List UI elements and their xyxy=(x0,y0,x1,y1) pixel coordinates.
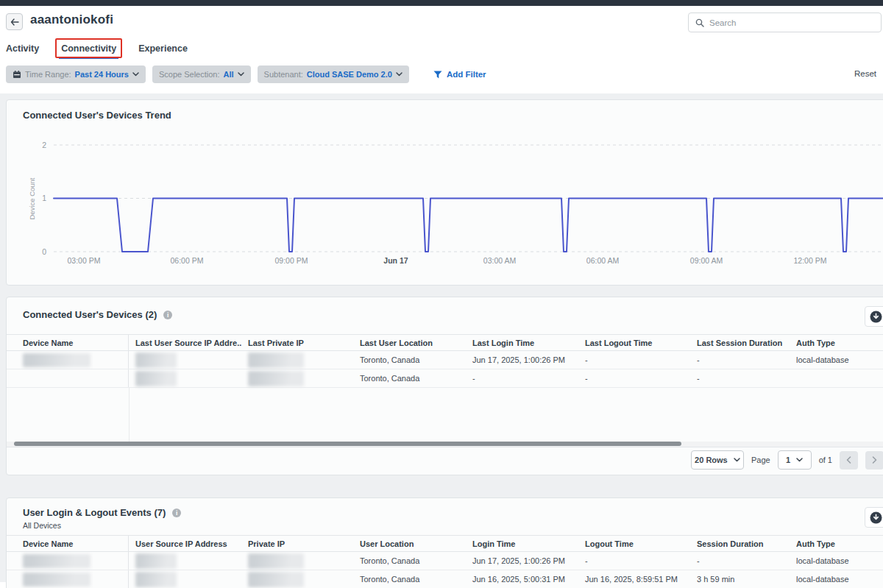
page-value: 1 xyxy=(786,456,790,464)
connected-devices-card: Connected User's Devices (2) i Device Na… xyxy=(6,297,883,475)
redacted-value xyxy=(23,573,91,587)
tab-connectivity[interactable]: Connectivity xyxy=(61,40,116,57)
table-row: Toronto, Canada--- xyxy=(7,369,883,388)
page-select[interactable]: 1 xyxy=(778,450,812,470)
tab-activity[interactable]: Activity xyxy=(6,40,39,57)
page-header: aaantoniokofi xyxy=(0,6,883,38)
redacted-value xyxy=(248,353,304,368)
subtenant-filter[interactable]: Subtenant: Cloud SASE Demo 2.0 xyxy=(258,65,409,83)
h-scrollbar-thumb[interactable] xyxy=(14,442,681,446)
svg-text:06:00 PM: 06:00 PM xyxy=(171,256,204,265)
chevron-right-icon xyxy=(872,456,877,464)
search-icon xyxy=(695,18,704,27)
col-header-private-ip[interactable]: Last Private IP xyxy=(241,335,353,350)
download-button[interactable] xyxy=(865,507,883,528)
filter-bar: Time Range: Past 24 Hours Scope Selectio… xyxy=(0,59,883,93)
tab-experience[interactable]: Experience xyxy=(138,40,188,57)
content-area: Connected User's Devices Trend 01203:00 … xyxy=(0,93,883,582)
col-header-logout-time[interactable]: Logout Time xyxy=(578,536,690,551)
table-header-row: Device NameLast User Source IP Addre...L… xyxy=(7,334,883,351)
devices-trend-card: Connected User's Devices Trend 01203:00 … xyxy=(6,99,883,286)
funnel-icon xyxy=(433,71,442,79)
col-header-auth-type[interactable]: Auth Type xyxy=(790,536,883,551)
info-icon[interactable]: i xyxy=(163,311,172,319)
svg-text:1: 1 xyxy=(42,194,46,202)
tab-bar: Activity Connectivity Experience xyxy=(0,38,883,59)
table-title: User Login & Logout Events (7) xyxy=(23,507,166,518)
chevron-down-icon xyxy=(396,72,403,77)
cell-auth-type: local-database xyxy=(790,552,883,570)
col-header-source-ip[interactable]: Last User Source IP Addre... xyxy=(129,335,241,350)
svg-text:09:00 PM: 09:00 PM xyxy=(275,256,308,265)
table-title: Connected User's Devices (2) xyxy=(23,309,157,320)
back-button[interactable] xyxy=(6,13,23,30)
download-icon xyxy=(870,511,882,524)
table-row: Toronto, CanadaJun 17, 2025, 1:00:26 PM-… xyxy=(7,351,883,369)
redacted-value xyxy=(248,371,304,386)
col-header-device-name[interactable]: Device Name xyxy=(23,335,129,350)
col-header-auth-type[interactable]: Auth Type xyxy=(790,335,883,350)
time-range-filter[interactable]: Time Range: Past 24 Hours xyxy=(6,65,146,83)
col-header-login-time[interactable]: Last Login Time xyxy=(466,335,578,350)
redacted-value xyxy=(248,553,304,569)
info-icon[interactable]: i xyxy=(172,509,181,517)
col-header-session-duration[interactable]: Session Duration xyxy=(690,536,790,551)
filter-label: Subtenant: xyxy=(264,70,303,79)
chevron-left-icon xyxy=(846,456,851,464)
next-page-button[interactable] xyxy=(865,451,883,470)
cell-logout-time: - xyxy=(578,552,690,570)
cell-source-ip xyxy=(129,351,241,369)
filter-value: Past 24 Hours xyxy=(75,70,129,79)
rows-per-page-select[interactable]: 20 Rows xyxy=(691,450,744,470)
cell-source-ip xyxy=(129,369,241,387)
col-header-device-name[interactable]: Device Name xyxy=(23,536,129,551)
tab-connectivity-label: Connectivity xyxy=(61,43,116,54)
cell-private-ip xyxy=(241,570,353,588)
table-header-row: Device NameUser Source IP AddressPrivate… xyxy=(7,535,883,552)
chevron-down-icon xyxy=(796,458,803,462)
svg-text:0: 0 xyxy=(42,247,46,256)
search-box[interactable] xyxy=(688,13,882,32)
search-input[interactable] xyxy=(709,18,857,27)
svg-text:Jun 17: Jun 17 xyxy=(383,256,408,265)
login-logout-events-card: User Login & Logout Events (7) i All Dev… xyxy=(6,497,883,588)
cell-auth-type xyxy=(790,369,883,387)
download-button[interactable] xyxy=(865,306,883,327)
cell-source-ip xyxy=(129,552,241,570)
svg-text:Device Count: Device Count xyxy=(28,177,36,219)
table-row: Toronto, CanadaJun 17, 2025, 1:00:26 PM-… xyxy=(7,552,883,570)
col-header-user-location[interactable]: Last User Location xyxy=(353,335,466,350)
add-filter-button[interactable]: Add Filter xyxy=(433,65,486,83)
prev-page-button[interactable] xyxy=(840,451,858,470)
col-header-logout-time[interactable]: Last Logout Time xyxy=(578,335,690,350)
table-body: Toronto, CanadaJun 17, 2025, 1:00:26 PM-… xyxy=(7,351,883,388)
cell-auth-type: local-database xyxy=(790,570,883,588)
col-header-user-location[interactable]: User Location xyxy=(353,536,466,551)
redacted-value xyxy=(135,371,177,386)
cell-device-name xyxy=(23,552,129,570)
chevron-down-icon xyxy=(734,458,740,462)
cell-private-ip xyxy=(241,552,353,570)
cell-user-location: Toronto, Canada xyxy=(353,369,466,387)
col-header-private-ip[interactable]: Private IP xyxy=(241,536,353,551)
chevron-down-icon xyxy=(132,72,139,77)
col-header-login-time[interactable]: Login Time xyxy=(466,536,578,551)
cell-session-duration: - xyxy=(690,351,790,369)
h-scrollbar[interactable] xyxy=(7,442,883,447)
table-empty-area xyxy=(7,388,883,442)
card-header: Connected User's Devices (2) i xyxy=(7,297,883,334)
filter-label: Scope Selection: xyxy=(159,70,220,79)
cell-source-ip xyxy=(129,570,241,588)
col-header-session-duration[interactable]: Last Session Duration xyxy=(690,335,790,350)
cell-logout-time: - xyxy=(578,351,690,369)
reset-button[interactable]: Reset xyxy=(854,69,876,78)
svg-text:03:00 AM: 03:00 AM xyxy=(483,256,516,265)
filter-value: All xyxy=(224,70,234,79)
cell-user-location: Toronto, Canada xyxy=(353,570,466,588)
redacted-value xyxy=(23,353,91,367)
rows-per-page-value: 20 Rows xyxy=(695,456,728,464)
cell-login-time: Jun 17, 2025, 1:00:26 PM xyxy=(466,351,578,369)
scope-selection-filter[interactable]: Scope Selection: All xyxy=(152,65,251,83)
cell-user-location: Toronto, Canada xyxy=(353,351,466,369)
col-header-source-ip[interactable]: User Source IP Address xyxy=(129,536,241,551)
